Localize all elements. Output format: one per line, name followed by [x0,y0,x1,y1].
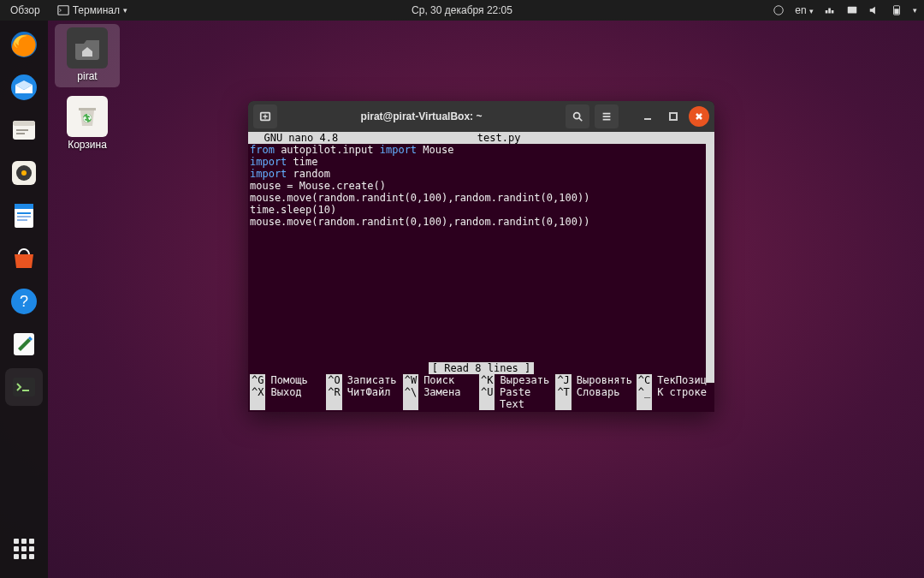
dock-help[interactable]: ? [5,283,43,320]
nano-status: [ Read 8 lines ] [248,362,714,374]
document-icon [9,201,38,230]
dock-software[interactable] [5,240,43,277]
hamburger-menu-button[interactable] [595,104,619,128]
nano-editor[interactable]: from autopilot.input import Mouse import… [248,144,714,228]
svg-rect-15 [17,212,31,214]
new-tab-icon [259,110,271,122]
svg-rect-16 [17,216,31,217]
terminal-small-icon [57,4,69,16]
battery-icon [891,4,903,16]
text-editor-icon [9,330,38,359]
dock-show-apps[interactable] [5,530,43,568]
desktop-icon-label: Корзина [55,139,120,151]
window-close-button[interactable] [689,106,709,127]
svg-rect-0 [58,6,68,15]
svg-rect-2 [848,7,857,14]
window-minimize-button[interactable] [637,106,658,127]
apps-grid-icon [14,539,34,559]
new-tab-button[interactable] [253,104,277,128]
desktop-icon-label: pirat [55,70,120,82]
app-menu[interactable]: Терминал ▾ [54,3,131,18]
nano-app-name: GNU nano 4.8 [252,132,338,144]
desktop-trash[interactable]: Корзина [55,96,120,151]
svg-rect-17 [17,219,27,221]
close-icon [695,112,703,121]
keyboard-layout-icon [773,4,785,16]
terminal-icon [9,372,38,402]
svg-point-24 [574,113,580,119]
svg-rect-9 [16,129,28,131]
dock-writer[interactable] [5,197,43,235]
terminal-titlebar[interactable]: pirat@pirat-VirtualBox: ~ [248,101,714,132]
status-area[interactable]: en ▾ ▾ [773,4,917,16]
firefox-icon [9,30,38,59]
clock[interactable]: Ср, 30 декабря 22:05 [412,4,512,16]
help-icon: ? [9,287,38,316]
window-maximize-button[interactable] [663,106,684,127]
home-folder-icon [67,27,108,69]
svg-rect-4 [894,9,898,14]
chevron-down-icon: ▾ [123,6,127,15]
nano-header: GNU nano 4.8 test.py [248,132,714,144]
svg-rect-8 [13,121,35,126]
music-icon [9,158,38,188]
search-icon [572,110,583,122]
svg-rect-25 [670,113,677,120]
nano-filename: test.py [477,132,521,144]
trash-icon [67,96,108,137]
dock-thunderbird[interactable] [5,69,43,106]
hamburger-icon [601,110,613,122]
app-menu-label: Терминал [73,4,120,16]
terminal-body[interactable]: GNU nano 4.8 test.py from autopilot.inpu… [248,132,714,412]
search-button[interactable] [566,104,589,128]
chevron-down-icon: ▾ [913,6,917,15]
terminal-title: pirat@pirat-VirtualBox: ~ [282,110,560,122]
software-store-icon [9,244,38,273]
svg-point-1 [774,6,784,15]
dock-rhythmbox[interactable] [5,154,43,192]
network-icon [824,4,836,16]
activities-button[interactable]: Обзор [7,3,44,18]
thunderbird-icon [9,73,38,102]
files-icon [9,116,38,145]
vm-indicator-icon [846,4,858,16]
nano-shortcuts: ^GПомощь ^OЗаписать ^WПоиск ^KВырезать ^… [248,374,714,412]
dock-files[interactable] [5,111,43,149]
svg-rect-10 [16,133,25,134]
dock: ? [0,21,48,578]
top-panel: Обзор Терминал ▾ Ср, 30 декабря 22:05 en… [0,0,924,21]
svg-point-13 [21,170,27,176]
dock-texteditor[interactable] [5,325,43,363]
minimize-icon [643,112,652,121]
dock-firefox[interactable] [5,26,43,63]
scrollbar[interactable] [706,144,714,383]
desktop-home-folder[interactable]: pirat [55,24,120,87]
volume-icon [868,4,880,16]
terminal-window: pirat@pirat-VirtualBox: ~ GNU nano 4.8 t… [248,101,714,412]
language-indicator[interactable]: en ▾ [795,4,814,16]
svg-text:?: ? [20,293,28,310]
dock-terminal[interactable] [5,368,43,406]
maximize-icon [669,112,678,121]
svg-rect-21 [13,378,35,396]
